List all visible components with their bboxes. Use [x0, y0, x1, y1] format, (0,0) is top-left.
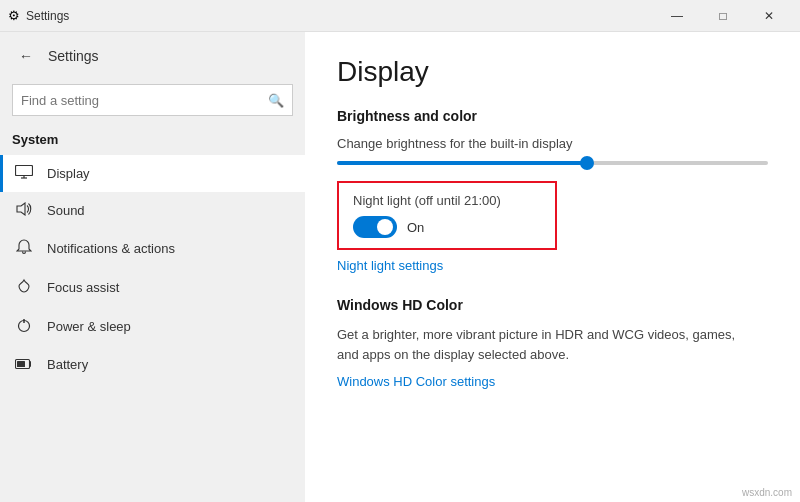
sidebar-item-sound[interactable]: Sound: [0, 192, 305, 229]
sidebar-app-title: Settings: [48, 48, 99, 64]
sidebar-item-notifications[interactable]: Notifications & actions: [0, 229, 305, 268]
battery-icon: [15, 356, 33, 373]
display-icon: [15, 165, 33, 182]
sidebar-item-display[interactable]: Display: [0, 155, 305, 192]
hd-color-settings-link[interactable]: Windows HD Color settings: [337, 374, 768, 389]
hd-color-section-title: Windows HD Color: [337, 297, 768, 313]
sidebar-item-label-battery: Battery: [47, 357, 88, 372]
sidebar-item-battery[interactable]: Battery: [0, 346, 305, 383]
slider-track: [337, 161, 768, 165]
slider-thumb[interactable]: [580, 156, 594, 170]
sidebar-item-label-focus: Focus assist: [47, 280, 119, 295]
sidebar-item-power[interactable]: Power & sleep: [0, 307, 305, 346]
minimize-button[interactable]: —: [654, 0, 700, 32]
slider-fill: [337, 161, 587, 165]
svg-marker-3: [17, 203, 25, 215]
sound-icon: [15, 202, 33, 219]
title-bar-controls: — □ ✕: [654, 0, 792, 32]
night-light-settings-link[interactable]: Night light settings: [337, 258, 768, 273]
hd-color-description: Get a brighter, more vibrant picture in …: [337, 325, 757, 364]
search-icon: 🔍: [268, 93, 284, 108]
night-light-box: Night light (off until 21:00) On: [337, 181, 557, 250]
night-light-toggle[interactable]: [353, 216, 397, 238]
title-bar: ⚙ Settings — □ ✕: [0, 0, 800, 32]
sidebar-item-label-display: Display: [47, 166, 90, 181]
maximize-button[interactable]: □: [700, 0, 746, 32]
brightness-section-title: Brightness and color: [337, 108, 768, 124]
sidebar: ← Settings 🔍 System Display: [0, 32, 305, 502]
search-input[interactable]: [21, 93, 268, 108]
sidebar-nav-top: ← Settings: [0, 32, 305, 80]
close-button[interactable]: ✕: [746, 0, 792, 32]
sidebar-item-label-power: Power & sleep: [47, 319, 131, 334]
sidebar-item-label-sound: Sound: [47, 203, 85, 218]
app-body: ← Settings 🔍 System Display: [0, 32, 800, 502]
toggle-thumb: [377, 219, 393, 235]
search-box[interactable]: 🔍: [12, 84, 293, 116]
main-content: Display Brightness and color Change brig…: [305, 32, 800, 502]
settings-icon: ⚙: [8, 8, 20, 23]
svg-rect-7: [17, 361, 25, 367]
night-light-title: Night light (off until 21:00): [353, 193, 541, 208]
brightness-label: Change brightness for the built-in displ…: [337, 136, 768, 151]
back-button[interactable]: ←: [12, 42, 40, 70]
title-bar-title: Settings: [26, 9, 654, 23]
brightness-slider-container[interactable]: [337, 161, 768, 165]
page-title: Display: [337, 56, 768, 88]
toggle-row: On: [353, 216, 541, 238]
sidebar-item-focus[interactable]: Focus assist: [0, 268, 305, 307]
svg-rect-0: [16, 166, 33, 176]
sidebar-section-label: System: [0, 128, 305, 155]
focus-icon: [15, 278, 33, 297]
notifications-icon: [15, 239, 33, 258]
watermark: wsxdn.com: [742, 487, 792, 498]
sidebar-item-label-notifications: Notifications & actions: [47, 241, 175, 256]
power-icon: [15, 317, 33, 336]
toggle-label: On: [407, 220, 424, 235]
